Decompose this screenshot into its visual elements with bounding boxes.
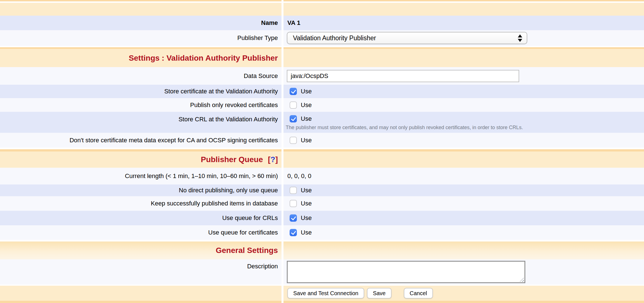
description-textarea[interactable]	[287, 261, 525, 283]
no-direct-publishing-row: No direct publishing, only use queue Use	[0, 184, 644, 196]
save-and-test-connection-button[interactable]: Save and Test Connection	[287, 288, 364, 299]
data-source-input[interactable]	[287, 70, 519, 82]
description-label: Description	[0, 259, 282, 285]
store-crl-label: Store CRL at the Validation Authority	[0, 112, 282, 133]
use-queue-for-crls-label: Use queue for CRLs	[0, 211, 282, 225]
use-queue-for-certificates-label: Use queue for certificates	[0, 225, 282, 240]
publish-only-revoked-label: Publish only revoked certificates	[0, 98, 282, 112]
dont-store-meta-row: Don't store certificate meta data except…	[0, 133, 644, 148]
store-certificate-checkbox[interactable]	[290, 88, 297, 95]
store-crl-row: Store CRL at the Validation Authority Us…	[0, 112, 644, 133]
use-option-label: Use	[301, 214, 312, 222]
cancel-button[interactable]: Cancel	[404, 288, 433, 299]
use-option-label: Use	[301, 200, 312, 207]
publisher-type-row: Publisher Type Validation Authority Publ…	[0, 30, 644, 46]
top-spacer-row	[0, 3, 644, 16]
publish-only-revoked-checkbox[interactable]	[290, 101, 297, 109]
name-label: Name	[0, 16, 282, 30]
store-crl-note: The publisher must store certificates, a…	[286, 125, 644, 131]
data-source-label: Data Source	[0, 67, 282, 85]
use-option-label: Use	[301, 115, 312, 122]
publish-only-revoked-row: Publish only revoked certificates Use	[0, 98, 644, 112]
store-certificate-label: Store certificate at the Validation Auth…	[0, 85, 282, 98]
publisher-queue-header-row: Publisher Queue [?]	[0, 152, 644, 168]
actions-row: Save and Test Connection Save Cancel	[0, 286, 644, 301]
no-direct-publishing-checkbox[interactable]	[290, 187, 297, 194]
use-queue-for-crls-row: Use queue for CRLs Use	[0, 211, 644, 225]
name-value: VA 1	[287, 19, 300, 27]
save-button[interactable]: Save	[367, 288, 392, 299]
dont-store-meta-label: Don't store certificate meta data except…	[0, 133, 282, 148]
no-direct-publishing-label: No direct publishing, only use queue	[0, 184, 282, 196]
current-length-row: Current length (< 1 min, 1–10 min, 10–60…	[0, 168, 644, 184]
chevron-down-icon	[518, 39, 522, 42]
use-option-label: Use	[301, 229, 312, 236]
store-certificate-row: Store certificate at the Validation Auth…	[0, 85, 644, 98]
settings-section-title: Settings : Validation Authority Publishe…	[129, 54, 278, 63]
keep-published-items-checkbox[interactable]	[290, 200, 297, 207]
use-option-label: Use	[301, 101, 312, 109]
current-length-value: 0, 0, 0, 0	[287, 172, 311, 180]
help-link[interactable]: ?	[271, 155, 275, 164]
keep-published-items-row: Keep successfully published items in dat…	[0, 196, 644, 211]
current-length-label: Current length (< 1 min, 1–10 min, 10–60…	[0, 168, 282, 184]
publisher-type-label: Publisher Type	[0, 30, 282, 46]
bottom-strip-row	[0, 301, 644, 303]
dont-store-meta-checkbox[interactable]	[290, 137, 297, 144]
publisher-type-selected-value: Validation Authority Publisher	[293, 34, 376, 42]
keep-published-items-label: Keep successfully published items in dat…	[0, 196, 282, 211]
select-stepper-arrows-icon	[518, 34, 522, 42]
general-settings-header-row: General Settings	[0, 242, 644, 259]
use-queue-for-crls-checkbox[interactable]	[290, 214, 297, 222]
help-bracket-open: [	[268, 155, 270, 164]
general-settings-section-title: General Settings	[216, 246, 278, 255]
chevron-up-icon	[518, 34, 522, 37]
name-row: Name VA 1	[0, 16, 644, 30]
settings-section-header-row: Settings : Validation Authority Publishe…	[0, 49, 644, 67]
help-bracket-close: ]	[275, 155, 278, 164]
use-option-label: Use	[301, 137, 312, 144]
store-crl-checkbox[interactable]	[290, 115, 297, 122]
publisher-edit-page: Name VA 1 Publisher Type Validation Auth…	[0, 0, 644, 303]
use-option-label: Use	[301, 88, 312, 95]
data-source-row: Data Source	[0, 67, 644, 85]
use-option-label: Use	[301, 187, 312, 194]
column-divider	[282, 16, 283, 30]
publisher-type-select[interactable]: Validation Authority Publisher	[287, 32, 527, 44]
description-textarea-wrapper	[287, 261, 525, 283]
description-row: Description	[0, 259, 644, 285]
publisher-queue-section-title: Publisher Queue [?]	[201, 155, 278, 164]
use-queue-for-certificates-row: Use queue for certificates Use	[0, 225, 644, 240]
use-queue-for-certificates-checkbox[interactable]	[290, 229, 297, 236]
